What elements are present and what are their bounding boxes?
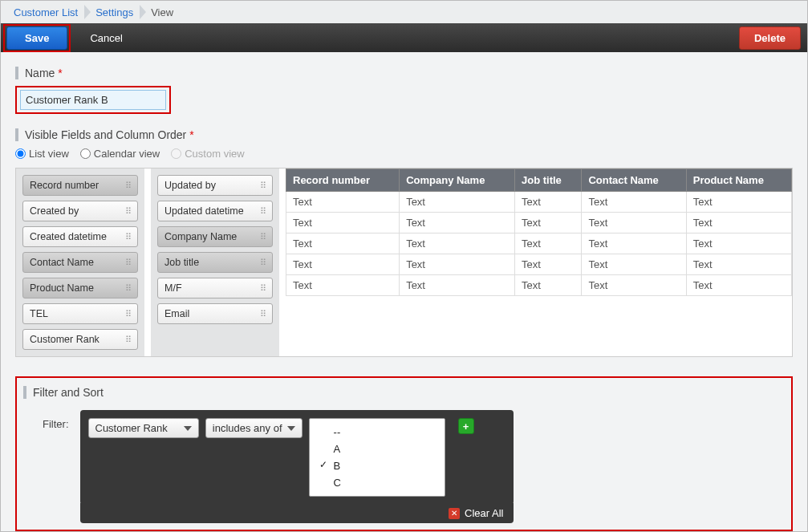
preview-table: Record numberCompany NameJob titleContac…: [286, 169, 792, 356]
field-pill-label: Email: [164, 308, 189, 319]
filter-field-select[interactable]: Customer Rank: [88, 418, 199, 438]
clear-all-bar: ✕ Clear All: [80, 503, 514, 523]
table-cell: Text: [686, 192, 791, 213]
grip-icon: ⠿: [125, 335, 131, 345]
name-input[interactable]: [20, 90, 166, 110]
breadcrumb: Customer ListSettingsView: [1, 1, 807, 23]
field-pill[interactable]: Updated by⠿: [157, 175, 273, 196]
view-type-radios: List view Calendar view Custom view: [15, 148, 793, 160]
field-pill[interactable]: Created datetime⠿: [22, 226, 138, 247]
field-pill-label: Created datetime: [30, 231, 107, 242]
filter-value-option[interactable]: --: [318, 424, 436, 441]
grip-icon: ⠿: [260, 206, 266, 217]
field-pill[interactable]: Record number⠿: [22, 175, 138, 196]
table-cell: Text: [686, 213, 791, 234]
custom-view-radio: Custom view: [171, 148, 244, 160]
grip-icon: ⠿: [125, 181, 131, 191]
field-pill[interactable]: Updated datetime⠿: [157, 201, 273, 221]
field-pill[interactable]: Email⠿: [157, 303, 273, 324]
field-pill-label: Contact Name: [30, 257, 94, 268]
add-filter-button[interactable]: +: [458, 418, 474, 434]
grip-icon: ⠿: [260, 181, 266, 191]
grip-icon: ⠿: [260, 258, 266, 268]
grip-icon: ⠿: [125, 206, 131, 217]
save-button[interactable]: Save: [6, 26, 67, 50]
field-pill-label: Product Name: [30, 282, 94, 294]
table-cell: Text: [582, 192, 686, 213]
table-cell: Text: [686, 254, 791, 275]
field-pill-label: Updated by: [164, 180, 216, 191]
field-pill[interactable]: Company Name⠿: [157, 226, 273, 247]
table-header: Job title: [514, 169, 581, 192]
field-pill[interactable]: Job title⠿: [157, 252, 273, 273]
table-cell: Text: [400, 192, 515, 213]
calendar-view-radio-input[interactable]: [80, 148, 91, 159]
breadcrumb-item[interactable]: Settings: [89, 5, 144, 20]
table-cell: Text: [582, 254, 686, 275]
field-pill-label: Customer Rank: [30, 334, 99, 345]
filter-label: Filter:: [43, 410, 69, 430]
field-pill-label: TEL: [30, 308, 48, 319]
table-cell: Text: [514, 192, 581, 213]
table-cell: Text: [286, 213, 400, 234]
required-asterisk: *: [58, 67, 62, 79]
field-pill[interactable]: Customer Rank⠿: [22, 329, 138, 350]
filter-value-list[interactable]: --ABC: [309, 418, 445, 497]
field-pill[interactable]: Contact Name⠿: [22, 252, 138, 273]
field-pill-label: Job title: [164, 257, 199, 268]
filter-sort-title: Filter and Sort: [23, 386, 785, 399]
delete-button[interactable]: Delete: [739, 26, 801, 50]
close-icon: ✕: [449, 508, 460, 519]
grip-icon: ⠿: [260, 283, 266, 294]
table-row: TextTextTextTextText: [286, 254, 792, 275]
table-cell: Text: [286, 192, 400, 213]
required-asterisk: *: [189, 128, 193, 141]
calendar-view-radio[interactable]: Calendar view: [80, 148, 160, 160]
table-header: Product Name: [686, 169, 791, 192]
table-header: Contact Name: [582, 169, 686, 192]
name-label: Name *: [15, 67, 793, 79]
table-header: Record number: [286, 169, 400, 192]
field-palette-right: Updated by⠿Updated datetime⠿Company Name…: [151, 169, 279, 356]
clear-all-button[interactable]: Clear All: [465, 507, 503, 519]
breadcrumb-item[interactable]: Customer List: [7, 5, 89, 20]
caret-down-icon: [287, 426, 295, 431]
table-cell: Text: [286, 254, 400, 275]
grip-icon: ⠿: [125, 283, 131, 294]
cancel-button[interactable]: Cancel: [90, 32, 122, 44]
table-cell: Text: [686, 275, 791, 296]
field-pill[interactable]: Product Name⠿: [22, 278, 138, 298]
field-pill[interactable]: M/F⠿: [157, 278, 273, 298]
list-view-radio[interactable]: List view: [15, 148, 69, 160]
grip-icon: ⠿: [125, 232, 131, 242]
fields-layout: Record number⠿Created by⠿Created datetim…: [15, 168, 793, 357]
list-view-radio-input[interactable]: [15, 148, 26, 159]
table-row: TextTextTextTextText: [286, 192, 792, 213]
field-pill[interactable]: TEL⠿: [22, 303, 138, 324]
breadcrumb-item: View: [144, 5, 185, 20]
field-pill-label: Company Name: [164, 231, 237, 242]
table-row: TextTextTextTextText: [286, 213, 792, 234]
field-pill-label: Updated datetime: [164, 205, 244, 217]
table-cell: Text: [286, 234, 400, 254]
table-cell: Text: [514, 275, 581, 296]
table-cell: Text: [400, 213, 515, 234]
filter-value-option[interactable]: B: [318, 457, 436, 474]
field-pill-label: M/F: [164, 282, 182, 294]
filter-value-option[interactable]: A: [318, 441, 436, 457]
table-cell: Text: [582, 234, 686, 254]
table-cell: Text: [400, 275, 515, 296]
caret-down-icon: [184, 426, 192, 431]
field-pill[interactable]: Created by⠿: [22, 201, 138, 221]
table-cell: Text: [514, 213, 581, 234]
grip-icon: ⠿: [125, 309, 131, 319]
table-cell: Text: [400, 254, 515, 275]
filter-value-option[interactable]: C: [318, 474, 436, 491]
filter-condition-select[interactable]: includes any of: [205, 418, 302, 438]
grip-icon: ⠿: [260, 309, 266, 319]
table-cell: Text: [582, 275, 686, 296]
table-cell: Text: [582, 213, 686, 234]
filter-panel: Customer Rank includes any of --ABC +: [80, 410, 514, 505]
table-cell: Text: [686, 234, 791, 254]
table-row: TextTextTextTextText: [286, 275, 792, 296]
